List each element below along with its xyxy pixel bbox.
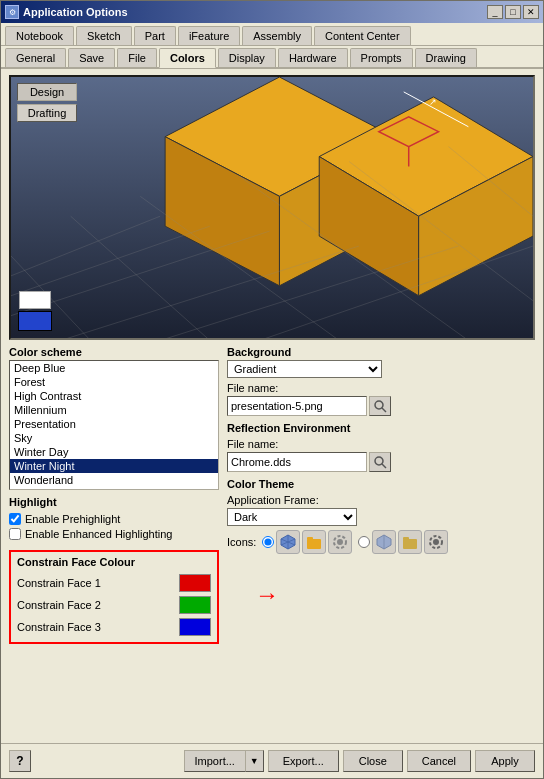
cancel-button[interactable]: Cancel	[407, 750, 471, 772]
close-button-bottom[interactable]: Close	[343, 750, 403, 772]
icon-box-2a	[372, 530, 396, 554]
refl-filename-label: File name:	[227, 438, 535, 450]
maximize-button[interactable]: □	[505, 5, 521, 19]
export-button[interactable]: Export...	[268, 750, 339, 772]
svg-line-24	[382, 408, 386, 412]
icons-label: Icons:	[227, 536, 256, 548]
face2-label: Constrain Face 2	[17, 599, 101, 611]
icon-radio-1[interactable]	[262, 536, 274, 548]
bottom-bar: ? Import... ▼ Export... Close Cancel App…	[1, 743, 543, 778]
list-item-millennium[interactable]: Millennium	[10, 403, 218, 417]
bg-browse-button[interactable]	[369, 396, 391, 416]
apply-button[interactable]: Apply	[475, 750, 535, 772]
prehighlight-row: Enable Prehighlight	[9, 513, 219, 525]
tab-prompts[interactable]: Prompts	[350, 48, 413, 67]
import-dropdown-button[interactable]: ▼	[245, 750, 264, 772]
tab-general[interactable]: General	[5, 48, 66, 67]
refl-filename-input[interactable]	[227, 452, 367, 472]
controls-area: Color scheme Deep Blue Forest High Contr…	[9, 346, 535, 737]
tab-row-1: Notebook Sketch Part iFeature Assembly C…	[1, 23, 543, 46]
drafting-button[interactable]: Drafting	[17, 104, 77, 122]
help-button[interactable]: ?	[9, 750, 31, 772]
tab-save[interactable]: Save	[68, 48, 115, 67]
settings-icon-2	[427, 533, 445, 551]
list-item-winter-day[interactable]: Winter Day	[10, 445, 218, 459]
tab-ifeature[interactable]: iFeature	[178, 26, 240, 45]
svg-rect-37	[403, 539, 417, 549]
tab-colors[interactable]: Colors	[159, 48, 216, 68]
list-item-presentation[interactable]: Presentation	[10, 417, 218, 431]
close-button[interactable]: ✕	[523, 5, 539, 19]
main-content: ↗ Design Drafting Color scheme Deep Blue	[1, 69, 543, 743]
swatch-white[interactable]	[19, 291, 51, 309]
window-title: Application Options	[23, 6, 128, 18]
list-item-winter-night[interactable]: Winter Night	[10, 459, 218, 473]
tab-drawing[interactable]: Drawing	[415, 48, 477, 67]
color-swatches	[19, 291, 51, 330]
icons-section: Icons:	[227, 530, 535, 554]
tab-sketch[interactable]: Sketch	[76, 26, 132, 45]
list-item-sky[interactable]: Sky	[10, 431, 218, 445]
design-button[interactable]: Design	[17, 83, 77, 101]
reflection-section: Reflection Environment File name:	[227, 422, 535, 472]
highlight-section: Highlight Enable Prehighlight Enable Enh…	[9, 496, 219, 540]
face3-row: Constrain Face 3	[17, 616, 211, 638]
right-column: Background Gradient 1 Color 2 Color Imag…	[227, 346, 535, 737]
tab-notebook[interactable]: Notebook	[5, 26, 74, 45]
color-scheme-label: Color scheme	[9, 346, 219, 358]
swatch-blue[interactable]	[19, 312, 51, 330]
3d-preview-svg: ↗	[11, 77, 533, 340]
svg-rect-32	[307, 537, 313, 540]
background-select-row: Gradient 1 Color 2 Color Image	[227, 360, 535, 378]
icon-set-2	[372, 530, 448, 554]
bg-filename-label: File name:	[227, 382, 535, 394]
face2-swatch[interactable]	[179, 596, 211, 614]
tab-part[interactable]: Part	[134, 26, 176, 45]
background-section: Background Gradient 1 Color 2 Color Imag…	[227, 346, 535, 416]
title-bar: ⚙ Application Options _ □ ✕	[1, 1, 543, 23]
reflection-label: Reflection Environment	[227, 422, 535, 434]
import-button[interactable]: Import...	[184, 750, 245, 772]
bg-filename-row	[227, 396, 535, 416]
icon-box-1c	[328, 530, 352, 554]
list-item-high-contrast[interactable]: High Contrast	[10, 389, 218, 403]
face3-swatch[interactable]	[179, 618, 211, 636]
color-faces-box: Constrain Face Colour Constrain Face 1 C…	[9, 550, 219, 644]
icon-group-1	[262, 530, 352, 554]
list-item-wonderland[interactable]: Wonderland	[10, 473, 218, 487]
import-button-group: Import... ▼	[184, 750, 264, 772]
icon-radio-2[interactable]	[358, 536, 370, 548]
tab-content-center[interactable]: Content Center	[314, 26, 411, 45]
refl-browse-icon	[373, 455, 387, 469]
enhanced-highlight-checkbox[interactable]	[9, 528, 21, 540]
tab-hardware[interactable]: Hardware	[278, 48, 348, 67]
left-column: Color scheme Deep Blue Forest High Contr…	[9, 346, 219, 737]
icon-box-2b	[398, 530, 422, 554]
color-scheme-list[interactable]: Deep Blue Forest High Contrast Millenniu…	[9, 360, 219, 490]
svg-point-25	[375, 457, 383, 465]
face2-row: Constrain Face 2	[17, 594, 211, 616]
settings-icon	[331, 533, 349, 551]
prehighlight-checkbox[interactable]	[9, 513, 21, 525]
minimize-button[interactable]: _	[487, 5, 503, 19]
list-item-forest[interactable]: Forest	[10, 375, 218, 389]
app-frame-select[interactable]: Dark Light	[227, 508, 357, 526]
background-select[interactable]: Gradient 1 Color 2 Color Image	[227, 360, 382, 378]
color-theme-section: Color Theme Application Frame: Dark Ligh…	[227, 478, 535, 554]
icon-box-2c	[424, 530, 448, 554]
bg-filename-input[interactable]	[227, 396, 367, 416]
cube-icon-2	[375, 533, 393, 551]
svg-point-23	[375, 401, 383, 409]
svg-rect-38	[403, 537, 409, 540]
tab-assembly[interactable]: Assembly	[242, 26, 312, 45]
tab-display[interactable]: Display	[218, 48, 276, 67]
list-item-deep-blue[interactable]: Deep Blue	[10, 361, 218, 375]
tab-file[interactable]: File	[117, 48, 157, 67]
red-arrow: →	[255, 581, 279, 609]
svg-point-39	[433, 539, 439, 545]
refl-browse-button[interactable]	[369, 452, 391, 472]
preview-area: ↗ Design Drafting	[9, 75, 535, 340]
icon-set-1	[276, 530, 352, 554]
face1-swatch[interactable]	[179, 574, 211, 592]
enhanced-highlight-row: Enable Enhanced Highlighting	[9, 528, 219, 540]
